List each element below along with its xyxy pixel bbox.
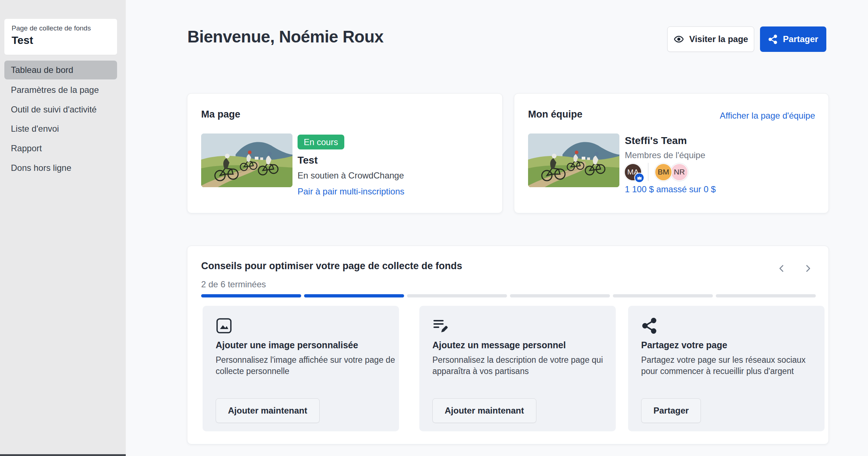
my-page-name: Test [298,155,318,166]
sidebar-item-parametres[interactable]: Paramètres de la page [4,81,117,99]
share-button[interactable]: Partager [760,26,826,52]
progress-segment [407,294,507,297]
tips-progress-bar [201,294,816,297]
sidebar-item-tableau-de-bord[interactable]: Tableau de bord [4,61,117,79]
page-type-link[interactable]: Pair à pair multi-inscriptions [298,186,404,197]
visit-page-label: Visiter la page [689,34,748,44]
sidebar-item-label: Rapport [11,143,42,153]
add-message-button[interactable]: Ajouter maintenant [432,398,536,423]
tip-description: Personnalisez la description de votre pa… [432,354,612,377]
team-captain-crown-icon [634,173,644,183]
avatar-initials: NR [674,168,685,176]
message-edit-icon [432,317,449,336]
chevron-left-icon[interactable] [774,260,790,276]
tip-title: Ajoutez un message personnel [432,340,566,350]
team-members-avatars: MA BM NR [624,162,688,182]
sidebar-item-label: Paramètres de la page [11,85,99,95]
share-page-button[interactable]: Partager [641,398,701,423]
progress-segment [510,294,610,297]
view-team-page-link[interactable]: Afficher la page d'équipe [720,111,815,121]
visit-page-button[interactable]: Visiter la page [667,26,754,52]
sidebar-item-label: Dons hors ligne [11,163,71,173]
chevron-right-icon[interactable] [800,260,816,276]
tips-title: Conseils pour optimiser votre page de co… [201,260,462,272]
status-badge: En cours [298,135,344,149]
eye-icon [673,34,684,45]
tips-card: Conseils pour optimiser votre page de co… [187,246,829,444]
fundraising-page-photo [201,133,292,187]
team-card: Mon équipe Afficher la page d'équipe [514,93,829,213]
avatar[interactable]: NR [670,163,688,181]
tip-description: Partagez votre page sur les réseaux soci… [641,354,821,377]
team-members-label: Membres de l'équipe [625,150,705,160]
team-page-photo [528,133,619,187]
sidebar-bottom-strip [0,454,126,456]
my-page-support-text: En soutien à CrowdChange [298,171,404,181]
tip-card-custom-image: Ajouter une image personnalisée Personna… [203,306,399,431]
team-card-title: Mon équipe [528,109,582,120]
team-raised-link[interactable]: 1 100 $ amassé sur 0 $ [625,184,716,194]
progress-segment [304,294,404,297]
sidebar-page-name: Test [12,34,110,46]
my-page-card: Ma page [187,93,503,213]
tips-progress-label: 2 de 6 terminées [201,279,266,289]
sidebar-item-label: Tableau de bord [11,65,73,75]
share-button-label: Partager [783,34,818,44]
my-page-card-title: Ma page [201,109,240,120]
progress-segment [613,294,713,297]
tip-title: Ajouter une image personnalisée [216,340,358,350]
tip-card-personal-message: Ajoutez un message personnel Personnalis… [419,306,616,431]
tip-description: Personnalisez l'image affichée sur votre… [216,354,396,377]
share-icon [768,34,778,44]
avatar[interactable]: BM [655,163,672,181]
tip-card-share-page: Partagez votre page Partagez votre page … [628,306,825,431]
sidebar: Page de collecte de fonds Test Tableau d… [0,0,126,456]
sidebar-item-dons-hors-ligne[interactable]: Dons hors ligne [4,159,117,177]
tip-title: Partagez votre page [641,340,727,350]
avatar[interactable]: MA [624,163,642,181]
progress-segment [201,294,301,297]
share-icon [641,317,658,336]
page-type-label: Page de collecte de fonds [12,24,110,32]
sidebar-item-label: Liste d'envoi [11,124,59,134]
sidebar-item-liste-envoi[interactable]: Liste d'envoi [4,119,117,138]
fundraising-page-card: Page de collecte de fonds Test [4,19,117,55]
team-name: Steffi's Team [625,135,687,147]
add-image-button[interactable]: Ajouter maintenant [216,398,320,423]
image-icon [216,317,232,336]
sidebar-item-rapport[interactable]: Rapport [4,139,117,158]
sidebar-item-label: Outil de suivi d'activité [11,104,97,115]
avatar-divider [648,163,648,181]
sidebar-item-suivi-activite[interactable]: Outil de suivi d'activité [4,100,117,119]
page-title: Bienvenue, Noémie Roux [187,27,383,46]
avatar-initials: BM [658,168,669,176]
progress-segment [716,294,816,297]
